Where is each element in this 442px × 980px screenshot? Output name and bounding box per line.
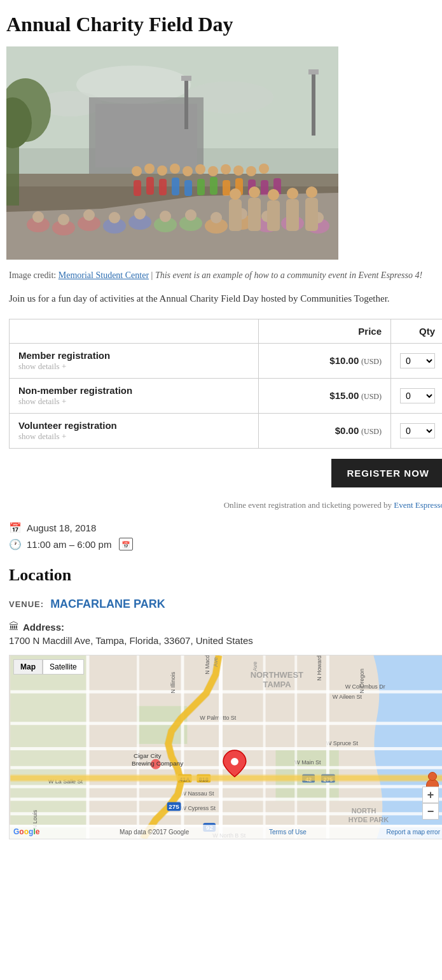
svg-rect-117 bbox=[10, 774, 442, 782]
svg-point-70 bbox=[249, 186, 260, 198]
venue-label: VENUE: bbox=[9, 599, 44, 609]
event-date: August 18, 2018 bbox=[27, 522, 96, 533]
event-meta: 📅 August 18, 2018 🕐 11:00 am – 6:00 pm 📅 bbox=[9, 522, 436, 550]
svg-rect-94 bbox=[219, 655, 223, 839]
calendar-icon: 📅 bbox=[9, 522, 22, 534]
svg-text:W Nassau St: W Nassau St bbox=[181, 790, 215, 797]
svg-point-56 bbox=[183, 166, 193, 176]
qty-cell-nonmember: 0 1 2 3 4 5 bbox=[391, 379, 443, 414]
event-date-row: 📅 August 18, 2018 bbox=[9, 522, 436, 534]
price-nonmember: $15.00 bbox=[329, 390, 359, 401]
map-report-link[interactable]: Report a map error bbox=[387, 829, 440, 836]
svg-point-71 bbox=[268, 189, 279, 200]
event-description: Join us for a fun day of activities at t… bbox=[9, 291, 436, 306]
powered-by-prefix: Online event registration and ticketing … bbox=[224, 500, 394, 510]
ticket-name-member: Member registration bbox=[18, 350, 249, 361]
register-now-button[interactable]: REGISTER NOW bbox=[331, 459, 442, 487]
svg-rect-18 bbox=[159, 179, 167, 195]
map-type-map-button[interactable]: Map bbox=[13, 659, 43, 675]
svg-point-57 bbox=[195, 164, 205, 174]
image-credit-separator: | bbox=[149, 270, 155, 280]
svg-rect-8 bbox=[181, 76, 191, 81]
svg-text:Cigar City: Cigar City bbox=[134, 752, 162, 759]
event-espresso-link[interactable]: Event Espresso bbox=[394, 500, 442, 510]
svg-text:N Oregon: N Oregon bbox=[359, 669, 366, 694]
ticket-name-volunteer: Volunteer registration bbox=[18, 420, 249, 431]
svg-rect-20 bbox=[184, 180, 192, 196]
show-details-nonmember[interactable]: show details + bbox=[18, 396, 66, 406]
svg-text:Ave: Ave bbox=[212, 657, 219, 667]
address-section: 🏛 Address: 1700 N Macdill Ave, Tampa, Fl… bbox=[9, 621, 436, 646]
map-terms-link[interactable]: Terms of Use bbox=[269, 829, 307, 836]
event-time-row: 🕐 11:00 am – 6:00 pm 📅 bbox=[9, 538, 436, 550]
register-btn-row: REGISTER NOW bbox=[9, 459, 442, 487]
svg-text:HYDE PARK: HYDE PARK bbox=[349, 816, 389, 823]
address-icon: 🏛 bbox=[9, 621, 19, 633]
currency-nonmember: (USD) bbox=[361, 392, 382, 401]
table-row: Member registration show details + $10.0… bbox=[10, 344, 443, 379]
svg-rect-100 bbox=[86, 655, 90, 839]
price-cell-member: $10.00 (USD) bbox=[258, 344, 390, 379]
svg-text:TAMPA: TAMPA bbox=[263, 680, 291, 689]
svg-rect-26 bbox=[261, 180, 268, 196]
svg-rect-96 bbox=[181, 655, 184, 839]
svg-point-61 bbox=[246, 166, 256, 176]
qty-select-member[interactable]: 0 1 2 3 4 5 bbox=[400, 353, 435, 368]
image-credit-italic: This event is an example of how to a com… bbox=[155, 270, 422, 280]
svg-rect-19 bbox=[172, 178, 179, 195]
svg-point-55 bbox=[170, 164, 180, 174]
price-volunteer: $0.00 bbox=[335, 425, 359, 436]
clock-icon: 🕐 bbox=[9, 538, 22, 550]
svg-rect-103 bbox=[294, 655, 297, 839]
event-image bbox=[6, 46, 338, 260]
ticket-cell-nonmember: Non-member registration show details + bbox=[10, 379, 259, 414]
add-to-calendar-icon[interactable]: 📅 bbox=[119, 538, 133, 550]
svg-rect-91 bbox=[10, 812, 442, 815]
col-header-qty: Qty bbox=[391, 319, 443, 344]
qty-select-nonmember[interactable]: 0 1 2 3 4 5 bbox=[400, 388, 435, 403]
registration-table: Price Qty Member registration show detai… bbox=[9, 319, 442, 449]
zoom-in-button[interactable]: + bbox=[422, 787, 439, 803]
show-details-volunteer[interactable]: show details + bbox=[18, 431, 66, 441]
svg-rect-81 bbox=[10, 722, 442, 725]
svg-point-73 bbox=[306, 186, 317, 198]
map-svg: W Columbus Dr W Palmetto St W Spruce St … bbox=[10, 655, 442, 839]
svg-point-53 bbox=[144, 164, 155, 174]
table-row: Volunteer registration show details + $0… bbox=[10, 414, 443, 449]
svg-rect-7 bbox=[184, 78, 188, 129]
svg-rect-22 bbox=[210, 177, 218, 195]
svg-rect-83 bbox=[10, 747, 442, 750]
svg-text:W Aileen St: W Aileen St bbox=[333, 694, 363, 700]
svg-rect-87 bbox=[10, 785, 442, 788]
map-footer: Google Map data ©2017 Google Terms of Us… bbox=[10, 825, 442, 839]
zoom-out-button[interactable]: − bbox=[422, 803, 439, 820]
registration-table-wrapper: Price Qty Member registration show detai… bbox=[9, 319, 442, 449]
svg-text:Brewing Company: Brewing Company bbox=[132, 760, 183, 767]
svg-point-59 bbox=[221, 164, 231, 174]
svg-text:N Howard: N Howard bbox=[316, 655, 322, 681]
event-time: 11:00 am – 6:00 pm bbox=[27, 539, 111, 550]
svg-rect-67 bbox=[286, 199, 299, 231]
svg-rect-9 bbox=[312, 72, 315, 136]
memorial-student-center-link[interactable]: Memorial Student Center bbox=[59, 270, 149, 280]
venue-name-link[interactable]: MACFARLANE PARK bbox=[50, 598, 165, 611]
svg-rect-16 bbox=[134, 180, 141, 196]
currency-member: (USD) bbox=[361, 357, 382, 366]
svg-rect-6 bbox=[95, 104, 197, 167]
image-caption: Image credit: Memorial Student Center | … bbox=[9, 269, 436, 282]
powered-by: Online event registration and ticketing … bbox=[9, 500, 442, 510]
svg-rect-89 bbox=[10, 797, 442, 801]
show-details-member[interactable]: show details + bbox=[18, 361, 66, 371]
svg-text:W Main St: W Main St bbox=[294, 759, 321, 766]
map-type-satellite-button[interactable]: Satellite bbox=[43, 659, 84, 675]
svg-point-62 bbox=[259, 164, 269, 174]
svg-rect-10 bbox=[308, 69, 319, 74]
map-data-credit: Map data ©2017 Google bbox=[120, 829, 189, 836]
svg-text:Ave: Ave bbox=[252, 662, 258, 671]
qty-select-volunteer[interactable]: 0 1 2 3 4 5 bbox=[400, 423, 435, 438]
ticket-name-nonmember: Non-member registration bbox=[18, 385, 249, 396]
venue-row: VENUE: MACFARLANE PARK bbox=[9, 598, 436, 611]
svg-text:NORTH: NORTH bbox=[352, 807, 376, 815]
svg-rect-17 bbox=[146, 177, 154, 195]
image-credit-prefix: Image credit: bbox=[9, 270, 59, 280]
